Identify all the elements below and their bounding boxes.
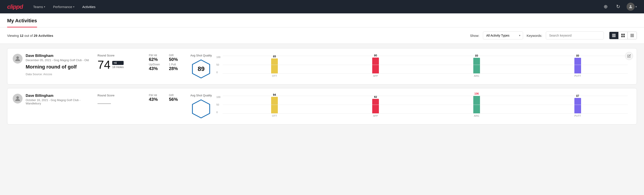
avatar [626, 3, 635, 11]
avg-shot-section: Avg Shot Quality 89 100 50 0 [187, 54, 631, 79]
add-icon[interactable]: ⊕ [602, 3, 610, 11]
list-detail-view-button[interactable] [628, 32, 637, 39]
fw-hit-stat: FW Hit 43% [149, 94, 164, 102]
score-placeholder [98, 103, 111, 104]
user-name: Dave Billingham [26, 94, 93, 98]
nav-links: Teams ▾ Performance ▾ Activities [30, 3, 594, 10]
keywords-label: Keywords: [527, 34, 542, 38]
user-dropdown-chevron-icon: ▾ [636, 5, 637, 8]
bar-group-arg-2: 106 [426, 92, 527, 114]
filter-bar: Viewing 12 out of 29 Activities Show: Al… [0, 28, 644, 44]
bar-chart-bars-2: 94 82 106 87 [224, 96, 628, 114]
bar-group-app: 90 [325, 54, 426, 74]
bar-arg [473, 58, 480, 74]
activity-type-select[interactable]: All Activity Types Rounds Practice [483, 32, 523, 40]
avg-shot-label: Avg Shot Quality [190, 94, 212, 97]
brand-logo[interactable]: clippd [7, 3, 23, 10]
svg-rect-3 [612, 36, 616, 37]
bar-value-app: 90 [374, 54, 377, 57]
teams-chevron-icon: ▾ [44, 6, 45, 8]
nav-right: ⊕ ↻ ▾ [602, 3, 637, 11]
gir-label: GIR [169, 94, 184, 97]
axis-label-putt: PUTT [528, 74, 628, 77]
bar-axis-labels-2: OTT APP ARG PUTT [224, 114, 628, 117]
bar-arg-2 [473, 96, 480, 114]
view-toggle [609, 32, 637, 39]
keyword-search-input[interactable] [546, 32, 604, 40]
svg-rect-10 [630, 36, 634, 36]
page-title: My Activities [7, 14, 37, 28]
list-compact-view-button[interactable] [610, 32, 618, 39]
svg-point-12 [16, 56, 19, 59]
svg-point-0 [630, 5, 632, 7]
gir-value: 56% [169, 97, 184, 102]
bar-group-arg: 89 [426, 54, 527, 74]
card-left: Dave Billingham October 16, 2021 - Gog M… [13, 94, 93, 107]
page-header: My Activities [0, 14, 644, 28]
avg-shot-hexagon [191, 99, 211, 119]
bar-value-putt-2: 87 [576, 94, 579, 98]
round-title: Morning round of golf [26, 64, 89, 70]
y-tick-100-2: 100 [216, 96, 220, 98]
putt-stat: 1 Putt 28% [169, 63, 184, 71]
gir-stat: GIR 56% [169, 94, 184, 102]
svg-rect-1 [612, 34, 616, 34]
round-score-label: Round Score [98, 94, 142, 97]
card-stats: Round Score [93, 94, 146, 108]
updown-stat: Up/Down 43% [149, 63, 164, 71]
bar-putt-2 [574, 98, 581, 114]
round-date: October 16, 2021 - Gog Magog Golf Club -… [26, 98, 93, 105]
bar-chart-bars: 85 90 89 89 [224, 56, 628, 74]
round-score-label: Round Score [98, 54, 142, 57]
avg-shot-score: 89 [198, 65, 205, 72]
putt-label: 1 Putt [169, 63, 184, 66]
list-detail-icon [630, 34, 634, 38]
nav-item-performance[interactable]: Performance ▾ [50, 3, 78, 10]
performance-chevron-icon: ▾ [73, 6, 74, 8]
stat-pairs: FW Hit 62% GIR 50% Up/Down 43% 1 Putt 28… [146, 54, 187, 71]
score-row: 74 +4 18 Holes [98, 59, 142, 70]
grid-view-button[interactable] [618, 32, 628, 39]
axis-label-ott: OTT [224, 74, 325, 77]
bar-value-arg: 89 [475, 54, 478, 57]
score-row [98, 99, 142, 104]
fw-hit-value: 62% [149, 57, 164, 62]
round-date: December 05, 2021 - Gog Magog Golf Club … [26, 58, 89, 62]
svg-rect-5 [623, 34, 625, 35]
updown-label: Up/Down [149, 63, 164, 66]
pencil-icon [627, 54, 631, 58]
activity-type-select-wrapper: All Activity Types Rounds Practice ▾ [483, 32, 523, 40]
gir-stat: GIR 50% [169, 54, 184, 62]
avg-shot-section: Avg Shot Quality 100 50 0 [187, 94, 631, 119]
nav-item-activities[interactable]: Activities [79, 3, 99, 10]
gir-label: GIR [169, 54, 184, 57]
refresh-icon[interactable]: ↻ [614, 3, 622, 11]
axis-label-ott-2: OTT [224, 114, 325, 117]
fw-hit-label: FW Hit [149, 54, 164, 57]
viewing-count-text: Viewing 12 out of 29 Activities [7, 34, 466, 38]
y-tick-0-2: 0 [216, 111, 220, 114]
svg-rect-6 [621, 36, 623, 37]
y-tick-0: 0 [216, 71, 220, 74]
viewing-shown: 12 [20, 34, 24, 38]
avatar [13, 54, 22, 64]
user-menu-button[interactable]: ▾ [626, 3, 637, 11]
nav-item-teams[interactable]: Teams ▾ [30, 3, 48, 10]
edit-button[interactable] [625, 52, 633, 60]
bar-group-ott: 85 [224, 55, 325, 74]
y-tick-100: 100 [216, 56, 220, 58]
gir-value: 50% [169, 57, 184, 62]
score-badge: +4 [112, 61, 124, 65]
avatar [13, 94, 22, 104]
bar-app-2 [372, 99, 379, 114]
stat-pairs: FW Hit 43% GIR 56% [146, 94, 187, 102]
bar-ott-2 [271, 97, 278, 114]
bar-group-putt: 89 [528, 54, 628, 74]
axis-label-arg-2: ARG [426, 114, 527, 117]
svg-point-14 [16, 96, 19, 99]
holes-text: 18 Holes [112, 65, 124, 69]
svg-rect-4 [621, 34, 623, 35]
fw-hit-value: 43% [149, 97, 164, 102]
activity-card: Dave Billingham December 05, 2021 - Gog … [7, 48, 637, 84]
y-tick-50-2: 50 [216, 103, 220, 106]
